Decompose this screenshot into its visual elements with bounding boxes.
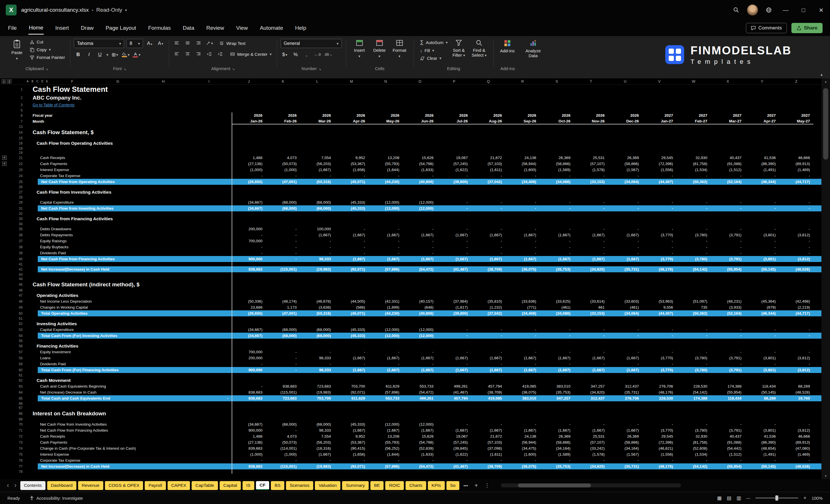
cell[interactable]: (68,000) [300,333,334,339]
cell[interactable] [471,406,505,410]
cell[interactable] [642,321,677,327]
cell[interactable]: (1,622) [437,167,471,173]
cell[interactable] [403,321,437,327]
cell[interactable] [334,124,369,129]
cell[interactable]: - [266,238,300,244]
cell[interactable]: - [540,206,574,211]
cell[interactable]: - [676,173,711,179]
row-number[interactable]: 50 [11,312,25,315]
cell[interactable]: (1,000) [266,451,300,458]
cell[interactable]: - [745,206,779,211]
cell[interactable]: (1,667) [403,232,437,238]
cell[interactable]: (1,667) [300,232,334,238]
row-number[interactable]: 26 [11,185,25,189]
cell[interactable] [505,222,540,226]
cell[interactable]: (1,667) [403,427,437,433]
cell[interactable]: - [608,458,642,463]
decrease-font-size-button[interactable]: A▾ [156,39,165,48]
cell[interactable] [711,151,745,155]
cell[interactable] [471,410,505,417]
cell[interactable]: (1,667) [437,367,471,373]
cell[interactable]: - [300,173,334,179]
cell[interactable]: - [608,226,642,232]
cell[interactable] [334,277,369,281]
cell[interactable]: (3,780) [676,427,711,433]
cell[interactable]: - [437,327,471,333]
cell[interactable]: (37,984) [437,298,471,304]
menu-insert[interactable]: Insert [55,22,69,34]
cell[interactable] [642,101,677,108]
cell[interactable] [676,292,711,298]
cell[interactable] [266,129,300,136]
cell[interactable] [745,85,779,94]
cell[interactable]: - [505,206,540,211]
row-number[interactable]: 75 [11,452,25,456]
cell[interactable]: (1,589) [540,167,574,173]
row-number[interactable]: 72 [11,435,25,439]
cell[interactable]: (33,625) [540,298,574,304]
cell[interactable] [642,185,677,189]
cell[interactable] [266,281,300,288]
cell[interactable] [437,272,471,277]
cell[interactable] [608,292,642,298]
cell[interactable]: (3,801) [745,427,779,433]
cell[interactable]: (1,667) [334,256,369,262]
number-format-select[interactable]: General▾ [281,39,342,48]
cell[interactable] [676,410,711,417]
cell[interactable] [540,292,574,298]
cell[interactable] [745,343,779,349]
cell[interactable] [300,316,334,321]
cell[interactable]: (1,611) [471,167,505,173]
cell[interactable] [300,222,334,226]
page-break-view-icon[interactable]: ▥ [736,495,741,501]
copy-button[interactable]: Copy▾ [29,46,66,53]
orientation-button[interactable]: ▾ [205,39,214,48]
cell[interactable]: 4,073 [266,433,300,439]
cell[interactable] [471,185,505,189]
cell[interactable]: (58,866) [540,161,574,167]
cell[interactable]: (39,800) [437,179,471,185]
cell[interactable] [403,108,437,113]
cell[interactable] [334,129,369,136]
cell[interactable] [266,373,300,377]
cell[interactable] [642,222,677,226]
cell[interactable] [300,262,334,266]
cell[interactable] [369,101,403,108]
cell[interactable]: (1,622) [437,451,471,458]
cell[interactable] [608,94,642,101]
row-number[interactable]: 22 [11,162,25,166]
cell[interactable] [232,417,266,421]
cell[interactable] [540,469,574,474]
cell[interactable]: (50,145) [745,389,779,395]
cell[interactable] [300,321,334,327]
cell[interactable] [232,140,266,146]
cell[interactable]: 41,536 [745,155,779,161]
cell[interactable] [779,185,813,189]
cell[interactable]: - [642,327,677,333]
row-number[interactable]: 69 [11,417,25,421]
cell[interactable]: Jun-26 [403,119,437,124]
cell[interactable] [676,189,711,195]
cell[interactable]: 2027 [711,113,745,119]
cell[interactable]: - [471,244,505,250]
cell[interactable] [369,195,403,199]
cell[interactable]: 900,000 [232,427,266,433]
cell[interactable]: - [642,250,677,256]
cell[interactable] [574,185,608,189]
cell[interactable] [471,277,505,281]
cell[interactable]: (72,396) [642,161,677,167]
cell[interactable]: (81,758) [676,439,711,445]
cell[interactable] [266,108,300,113]
cell[interactable] [642,146,677,151]
cell[interactable] [608,373,642,377]
cell[interactable]: (34,667) [232,206,266,211]
cell[interactable]: 26,369 [540,155,574,161]
cell[interactable]: - [574,250,608,256]
cell[interactable] [437,343,471,349]
cell[interactable]: May-26 [369,119,403,124]
column-header-V[interactable]: V [642,78,677,84]
cell[interactable]: - [471,173,505,179]
cell[interactable] [334,195,369,199]
row-number[interactable]: 66 [11,402,25,406]
cell[interactable]: (55,793) [369,439,403,445]
